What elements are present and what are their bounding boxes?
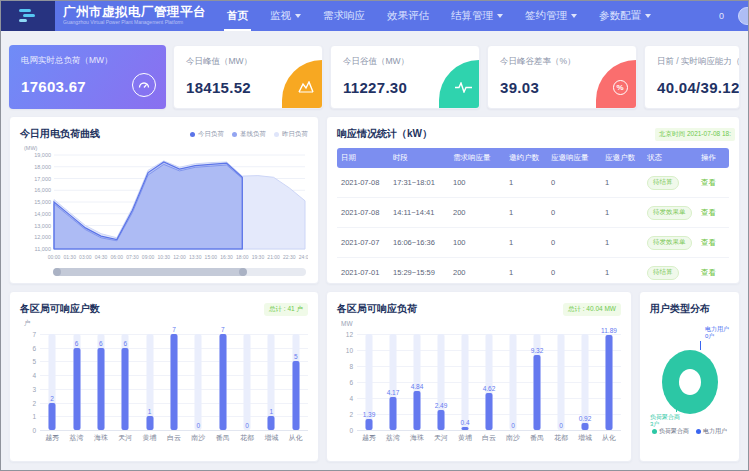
bar-column: 2越秀 xyxy=(40,334,64,430)
legend-dot xyxy=(652,429,657,434)
svg-text:15,000: 15,000 xyxy=(34,199,51,205)
svg-text:03:00: 03:00 xyxy=(79,254,92,260)
svg-text:15:00: 15:00 xyxy=(205,254,218,260)
bar-column: 0花都 xyxy=(549,334,573,430)
bar-category: 天河 xyxy=(118,433,132,443)
bar-value: 4.84 xyxy=(411,383,424,390)
bar[interactable] xyxy=(606,335,613,430)
district-users-chart: 户76543210 2越秀6荔湾6海珠6天河1黄埔7白云0南沙7番禺0花都1增城… xyxy=(20,334,308,446)
cell-responded: 0 xyxy=(547,228,601,258)
bar[interactable] xyxy=(268,416,275,430)
cell-date: 2021-07-08 xyxy=(337,168,389,198)
y-tick: 8 xyxy=(349,363,353,370)
bar[interactable] xyxy=(146,416,153,430)
bar-value: 7 xyxy=(172,326,176,333)
bar-category: 白云 xyxy=(167,433,181,443)
view-link[interactable]: 查看 xyxy=(701,268,716,277)
nav-item-contract[interactable]: 签约管理 xyxy=(514,1,588,31)
nav-item-monitor[interactable]: 监视 xyxy=(259,1,312,31)
user-type-panel: 用户类型分布 电力用户 0户 负荷聚合商 3户 负荷聚合商电力用户 xyxy=(639,291,740,462)
svg-text:12:00: 12:00 xyxy=(173,254,186,260)
legend-item[interactable]: 负荷聚合商 xyxy=(652,427,689,436)
legend-item[interactable]: 基线负荷 xyxy=(232,130,266,139)
svg-text:07:30: 07:30 xyxy=(126,254,139,260)
chevron-down-icon xyxy=(295,14,301,18)
column-header: 时段 xyxy=(389,148,449,168)
y-tick: 2 xyxy=(32,399,36,406)
nav-item-settlement[interactable]: 结算管理 xyxy=(440,1,514,31)
slider-thumb[interactable] xyxy=(54,268,246,276)
kpi-card-peak-valley-rate: 今日峰谷差率（%） 39.03 % xyxy=(487,45,637,109)
panel-title: 今日用电负荷曲线 xyxy=(20,127,100,141)
svg-text:13:30: 13:30 xyxy=(189,254,202,260)
view-link[interactable]: 查看 xyxy=(701,208,716,217)
bar-category: 从化 xyxy=(602,433,616,443)
legend-item[interactable]: 昨日负荷 xyxy=(274,130,308,139)
bar[interactable] xyxy=(170,334,177,430)
bar[interactable] xyxy=(97,348,104,430)
svg-text:19,000: 19,000 xyxy=(34,152,51,158)
svg-text:14,000: 14,000 xyxy=(34,211,51,217)
y-tick: 4 xyxy=(349,395,353,402)
panel-title: 各区局可响应负荷 xyxy=(337,302,417,316)
load-curve-panel: 今日用电负荷曲线 今日负荷基线负荷昨日负荷 (MW)19,00018,00017… xyxy=(9,116,319,284)
bar[interactable] xyxy=(366,419,373,430)
bar-column: 7白云 xyxy=(162,334,186,430)
y-tick: 6 xyxy=(32,344,36,351)
nav-item-home[interactable]: 首页 xyxy=(216,1,259,31)
bar-category: 从化 xyxy=(289,433,303,443)
bar[interactable] xyxy=(390,397,397,430)
bar-column: 4.84海珠 xyxy=(405,334,429,430)
cell-demand: 100 xyxy=(449,168,505,198)
beijing-time-badge: 北京时间 2021-07-08 18: xyxy=(655,128,735,141)
donut-label-power-user: 电力用户 0户 xyxy=(705,326,729,340)
kpi-card-today-valley: 今日谷值（MW） 11227.30 xyxy=(330,45,480,109)
nav-item-params[interactable]: 参数配置 xyxy=(588,1,662,31)
nav-item-demand-response[interactable]: 需求响应 xyxy=(312,1,376,31)
bar[interactable] xyxy=(122,348,129,430)
bar[interactable] xyxy=(73,348,80,430)
cell-invited: 1 xyxy=(505,168,547,198)
logo[interactable] xyxy=(1,1,55,31)
bar-category: 番禺 xyxy=(216,433,230,443)
nav-item-effect-eval[interactable]: 效果评估 xyxy=(376,1,440,31)
bar-column: 4.62白云 xyxy=(477,334,501,430)
y-tick: 7 xyxy=(32,331,36,338)
bar[interactable] xyxy=(582,423,589,430)
donut-hole xyxy=(679,369,701,395)
y-tick: 1 xyxy=(32,413,36,420)
view-link[interactable]: 查看 xyxy=(701,238,716,247)
total-badge: 总计 : 40.04 MW xyxy=(563,303,621,316)
bar-value: 1 xyxy=(270,408,274,415)
column-header: 应邀响应量 xyxy=(547,148,601,168)
donut-ring[interactable] xyxy=(662,350,718,414)
bar[interactable] xyxy=(292,361,299,430)
bar[interactable] xyxy=(438,410,445,430)
bar[interactable] xyxy=(219,334,226,430)
bar[interactable] xyxy=(414,391,421,430)
bar[interactable] xyxy=(534,355,541,430)
svg-text:09:00: 09:00 xyxy=(142,254,155,260)
notification-count[interactable]: 0 xyxy=(719,11,724,21)
bar-category: 花都 xyxy=(240,433,254,443)
legend-item[interactable]: 电力用户 xyxy=(696,427,727,436)
view-link[interactable]: 查看 xyxy=(701,178,716,187)
bar-value: 7 xyxy=(221,326,225,333)
y-axis-unit: MW xyxy=(341,320,353,327)
svg-text:18,000: 18,000 xyxy=(34,164,51,170)
bar[interactable] xyxy=(49,403,56,430)
bar[interactable] xyxy=(486,393,493,430)
donut-label-aggregator: 负荷聚合商 3户 xyxy=(650,414,680,428)
status-badge: 待发效果单 xyxy=(647,236,692,250)
bar[interactable] xyxy=(462,427,469,430)
user-avatar[interactable] xyxy=(738,7,749,25)
bar-value: 6 xyxy=(75,340,79,347)
legend-item[interactable]: 今日负荷 xyxy=(190,130,224,139)
svg-text:16:30: 16:30 xyxy=(220,254,233,260)
chart-zoom-slider[interactable] xyxy=(54,268,306,276)
gridline xyxy=(40,430,308,431)
y-tick: 2 xyxy=(349,411,353,418)
y-tick: 4 xyxy=(32,372,36,379)
chevron-down-icon xyxy=(645,14,651,18)
bar-track xyxy=(244,334,251,430)
